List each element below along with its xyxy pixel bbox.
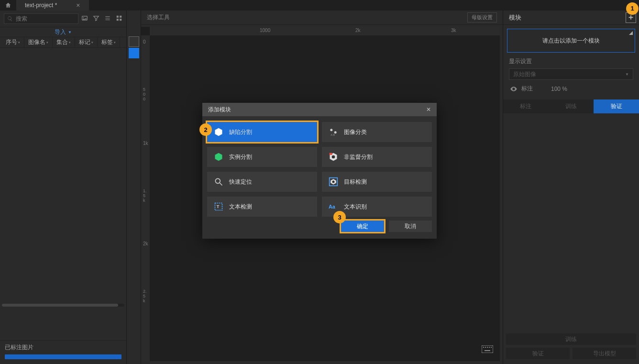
titlebar: text-project * × bbox=[0, 0, 639, 11]
horizontal-scrollbar[interactable] bbox=[2, 304, 124, 307]
callout-2: 2 bbox=[199, 123, 212, 136]
dialog-title: 添加模块 bbox=[208, 106, 231, 114]
col-mark[interactable]: 标记▾ bbox=[75, 37, 98, 47]
right-sidebar: 模块 ＋ 1 请点击以添加一个模块 显示设置 原始图像 ▼ 标注 100 % 标… bbox=[503, 11, 639, 364]
tool-label: 选择工具 bbox=[147, 13, 170, 22]
tab-annotate[interactable]: 标注 bbox=[503, 99, 549, 113]
module-instance-segmentation[interactable]: 实例分割 bbox=[207, 147, 317, 167]
project-tab[interactable]: text-project * × bbox=[16, 0, 89, 11]
keyboard-icon[interactable] bbox=[482, 345, 493, 354]
hexagon-icon bbox=[214, 127, 223, 137]
annotation-label: 标注 bbox=[521, 85, 533, 93]
left-sidebar: 导入 ▼ 序号▾ 图像名▾ 集合▾ 标记▾ 标签▾ 已标注图片 0% bbox=[0, 11, 127, 364]
svg-rect-20 bbox=[330, 153, 332, 155]
svg-marker-17 bbox=[215, 153, 222, 161]
col-index[interactable]: 序号▾ bbox=[2, 37, 24, 47]
thumb-selected[interactable] bbox=[129, 48, 139, 58]
svg-point-1 bbox=[83, 17, 84, 18]
annotation-visibility-row: 标注 100 % bbox=[503, 80, 639, 98]
module-unsupervised-segmentation[interactable]: 非监督分割 bbox=[322, 147, 432, 167]
col-set[interactable]: 集合▾ bbox=[53, 37, 75, 47]
dialog-titlebar: 添加模块 ✕ bbox=[202, 103, 437, 116]
svg-marker-13 bbox=[215, 128, 222, 136]
col-image-name[interactable]: 图像名▾ bbox=[24, 37, 53, 47]
svg-text:Aa: Aa bbox=[329, 204, 336, 210]
ruler-vertical: 0 500 1k 1.5k 2k 2.5k bbox=[141, 35, 150, 361]
svg-rect-3 bbox=[120, 15, 121, 17]
svg-text:A B: A B bbox=[331, 133, 335, 136]
chevron-down-icon: ▼ bbox=[625, 72, 629, 77]
search-icon bbox=[7, 16, 13, 22]
eye-icon[interactable] bbox=[510, 85, 518, 93]
svg-rect-5 bbox=[120, 19, 121, 21]
image-list-body bbox=[0, 48, 126, 340]
filter-icon[interactable] bbox=[93, 15, 99, 23]
ruler-horizontal: 1000 2k 3k bbox=[150, 27, 500, 35]
template-settings-button[interactable]: 母版设置 bbox=[467, 12, 497, 22]
svg-rect-12 bbox=[485, 350, 490, 351]
col-tag[interactable]: 标签▾ bbox=[98, 37, 120, 47]
svg-rect-10 bbox=[489, 347, 490, 348]
display-select[interactable]: 原始图像 ▼ bbox=[509, 68, 633, 80]
display-settings-title: 显示设置 bbox=[503, 53, 639, 68]
mode-tabs: 标注 训练 验证 bbox=[503, 99, 639, 113]
svg-point-25 bbox=[332, 181, 335, 183]
add-module-button[interactable]: ＋ 1 bbox=[626, 12, 636, 23]
svg-rect-9 bbox=[487, 347, 488, 348]
svg-rect-7 bbox=[483, 347, 484, 348]
module-image-classification[interactable]: A B 图像分类 bbox=[322, 122, 432, 142]
module-object-detection[interactable]: 目标检测 bbox=[322, 172, 432, 192]
annotated-label: 已标注图片 bbox=[5, 343, 121, 352]
nut-box-icon bbox=[329, 177, 338, 187]
search-input[interactable] bbox=[16, 15, 75, 22]
grid-icon[interactable] bbox=[116, 15, 122, 23]
home-button[interactable] bbox=[0, 0, 16, 11]
export-model-button[interactable]: 导出模型 bbox=[573, 348, 636, 359]
tab-validate[interactable]: 验证 bbox=[594, 99, 639, 113]
progress-bar: 0% bbox=[5, 354, 121, 359]
close-icon[interactable]: × bbox=[76, 1, 80, 9]
canvas-toolbar: 选择工具 母版设置 bbox=[141, 11, 503, 25]
validate-button[interactable]: 验证 bbox=[506, 348, 570, 359]
resize-corner-icon bbox=[629, 31, 633, 35]
add-module-dialog: 添加模块 ✕ 缺陷分割 A B 图像分类 实例分割 非监督分割 快速定位 目标检… bbox=[202, 103, 437, 239]
add-module-hint[interactable]: 请点击以添加一个模块 bbox=[507, 29, 635, 53]
thumbnail-strip bbox=[127, 11, 141, 364]
import-button[interactable]: 导入 ▼ bbox=[0, 27, 126, 37]
image-icon[interactable] bbox=[81, 15, 88, 23]
hexagon-green-icon bbox=[214, 152, 223, 162]
search-input-wrap[interactable] bbox=[4, 13, 78, 24]
svg-text:T: T bbox=[217, 204, 220, 209]
tab-train[interactable]: 训练 bbox=[549, 99, 594, 113]
list-icon[interactable] bbox=[104, 15, 111, 23]
train-button[interactable]: 训练 bbox=[506, 333, 636, 345]
svg-rect-2 bbox=[117, 15, 119, 17]
project-tab-label: text-project * bbox=[25, 2, 57, 9]
callout-1: 1 bbox=[626, 2, 639, 15]
right-bottom-buttons: 训练 验证 导出模型 bbox=[503, 333, 639, 364]
magnify-icon bbox=[214, 177, 223, 187]
column-headers: 序号▾ 图像名▾ 集合▾ 标记▾ 标签▾ bbox=[0, 37, 126, 48]
svg-rect-11 bbox=[491, 347, 492, 348]
nut-red-icon bbox=[329, 152, 338, 162]
module-defect-segmentation[interactable]: 缺陷分割 bbox=[207, 122, 317, 142]
svg-line-22 bbox=[220, 183, 222, 186]
classify-icon: A B bbox=[329, 127, 338, 137]
thumb-slot[interactable] bbox=[129, 36, 139, 47]
callout-3: 3 bbox=[333, 211, 346, 223]
svg-rect-8 bbox=[485, 347, 486, 348]
module-fast-locate[interactable]: 快速定位 bbox=[207, 172, 317, 192]
svg-point-19 bbox=[332, 155, 335, 159]
dialog-close-button[interactable]: ✕ bbox=[426, 106, 431, 113]
modules-title: 模块 bbox=[509, 13, 521, 22]
left-footer: 已标注图片 0% bbox=[0, 340, 126, 364]
chevron-down-icon: ▼ bbox=[68, 30, 72, 34]
dialog-cancel-button[interactable]: 取消 bbox=[389, 221, 432, 232]
text-box-icon: T bbox=[214, 202, 223, 211]
svg-rect-4 bbox=[117, 19, 119, 21]
module-text-detection[interactable]: T 文本检测 bbox=[207, 197, 317, 217]
svg-point-21 bbox=[215, 178, 220, 183]
dialog-ok-button[interactable]: 确定 bbox=[341, 221, 384, 232]
svg-point-14 bbox=[330, 129, 332, 131]
annotation-percent: 100 % bbox=[551, 86, 567, 92]
